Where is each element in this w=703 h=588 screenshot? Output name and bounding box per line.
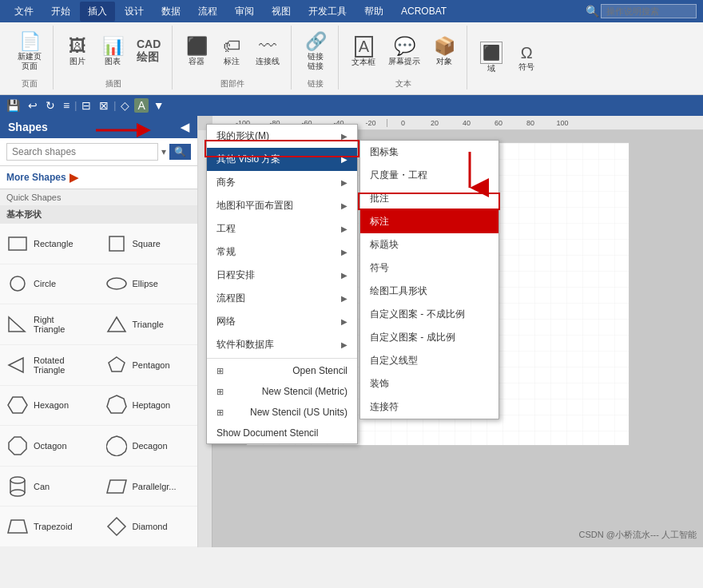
- menu-insert[interactable]: 插入: [80, 2, 115, 22]
- heptagon-svg: [106, 395, 127, 415]
- menu-view[interactable]: 视图: [264, 2, 299, 22]
- menu1-item-new-us-label: New Stencil (US Units): [250, 407, 348, 418]
- shape-item-square[interactable]: Square: [99, 224, 198, 264]
- operation-search-input[interactable]: [601, 4, 697, 18]
- menu1-item-new-metric[interactable]: ⊞ New Stencil (Metric): [207, 381, 357, 402]
- menu1-item-software[interactable]: 软件和数据库 ▶: [207, 333, 357, 356]
- ribbon-btn-container[interactable]: ⬛ 容器: [181, 34, 212, 68]
- qa-btn1[interactable]: ⊟: [78, 97, 94, 113]
- shape-item-decagon[interactable]: Decagon: [99, 426, 198, 467]
- ribbon-btn-symbol[interactable]: Ω 符号: [510, 42, 542, 74]
- ribbon-btn-field[interactable]: ⬛ 域: [475, 40, 507, 75]
- ribbon-btn-screentip[interactable]: 💬 屏幕提示: [383, 34, 425, 68]
- shape-item-ellipse[interactable]: Ellipse: [99, 264, 198, 305]
- menu-help[interactable]: 帮助: [356, 2, 391, 22]
- qa-btn2[interactable]: ⊠: [96, 97, 112, 113]
- shape-item-pentagon[interactable]: Pentagon: [99, 345, 198, 386]
- shape-label-octagon: Octagon: [34, 441, 67, 451]
- menu-design[interactable]: 设计: [117, 2, 152, 22]
- menu2-item-iconset-label: 图标集: [370, 145, 399, 159]
- shape-item-trapezoid[interactable]: Trapezoid: [0, 507, 99, 547]
- menu1-separator: [207, 358, 357, 359]
- menu1-item-maps[interactable]: 地图和平面布置图 ▶: [207, 194, 357, 217]
- shape-icon-right-triangle: [6, 313, 29, 336]
- parallelogram-svg: [105, 479, 128, 495]
- ribbon-btn-newpage[interactable]: 📄 新建页页面: [13, 30, 46, 73]
- menu1-item-business[interactable]: 商务 ▶: [207, 171, 357, 194]
- menu2-item-connector[interactable]: 连接符: [360, 395, 498, 419]
- menu1-item-general[interactable]: 常规 ▶: [207, 240, 357, 264]
- menu1-item-network-label: 网络: [216, 315, 236, 328]
- ribbon-btn-cad[interactable]: CAD绘图: [132, 36, 165, 66]
- menu-home[interactable]: 开始: [43, 2, 78, 22]
- connector-icon: 〰: [259, 36, 276, 57]
- ribbon-content: 📄 新建页页面 页面 🖼 图片 📊 图表 CAD绘图: [0, 22, 703, 94]
- menu1-item-flowchart[interactable]: 流程图 ▶: [207, 287, 357, 310]
- menu2-item-dimension[interactable]: 尺度量・工程: [360, 164, 498, 187]
- menu2-item-custom-noscale[interactable]: 自定义图案 - 不成比例: [360, 303, 498, 326]
- search-input[interactable]: [6, 143, 158, 161]
- annotation-icon: 🏷: [223, 36, 240, 57]
- svg-marker-8: [9, 358, 23, 372]
- menu1-item-new-us[interactable]: ⊞ New Stencil (US Units): [207, 402, 357, 423]
- menu-data[interactable]: 数据: [153, 2, 189, 22]
- menu2-item-callout[interactable]: 标注: [360, 210, 498, 233]
- shape-label-ellipse: Ellipse: [133, 279, 158, 288]
- qa-menu[interactable]: ≡: [60, 97, 73, 113]
- menu2-item-custom-line[interactable]: 自定义线型: [360, 349, 498, 372]
- menu-review[interactable]: 审阅: [227, 2, 262, 22]
- ribbon-btn-connector[interactable]: 〰 连接线: [251, 34, 284, 68]
- menu1-item-myshapes[interactable]: 我的形状(M) ▶: [207, 125, 357, 148]
- ribbon-group-parts-items: ⬛ 容器 🏷 标注 〰 连接线: [181, 26, 284, 77]
- shape-item-diamond[interactable]: Diamond: [99, 507, 198, 547]
- ribbon-btn-chart[interactable]: 📊 图表: [97, 34, 129, 68]
- menu2-item-drawtools[interactable]: 绘图工具形状: [360, 280, 498, 303]
- shapes-collapse-icon[interactable]: ◀: [181, 121, 189, 133]
- search-box: ▾ 🔍: [0, 138, 197, 166]
- svg-marker-6: [9, 317, 25, 332]
- menu2-item-annotation[interactable]: 批注: [360, 187, 498, 210]
- shape-item-can[interactable]: Can: [0, 467, 99, 507]
- qa-undo[interactable]: ↩: [25, 97, 41, 113]
- shape-item-rectangle[interactable]: Rectangle: [0, 224, 99, 264]
- menu1-item-schedule[interactable]: 日程安排 ▶: [207, 264, 357, 287]
- ribbon-btn-link[interactable]: 🔗 链接链接: [300, 30, 332, 73]
- shape-item-parallelogram[interactable]: Parallelgr...: [99, 467, 198, 507]
- qa-btn3[interactable]: ◇: [117, 97, 133, 113]
- menu1-item-engineering[interactable]: 工程 ▶: [207, 217, 357, 240]
- ribbon-btn-picture[interactable]: 🖼 图片: [62, 34, 93, 68]
- search-dropdown-icon[interactable]: ▾: [158, 145, 169, 159]
- menu2-item-decoration[interactable]: 装饰: [360, 372, 498, 395]
- shape-item-rotated-triangle[interactable]: RotatedTriangle: [0, 345, 99, 386]
- svg-marker-12: [9, 437, 26, 455]
- menu-devtools[interactable]: 开发工具: [300, 2, 355, 22]
- menu2-item-symbol[interactable]: 符号: [360, 256, 498, 280]
- menu1-item-network[interactable]: 网络 ▶: [207, 310, 357, 333]
- shape-item-triangle[interactable]: Triangle: [99, 304, 198, 345]
- shape-item-octagon[interactable]: Octagon: [0, 426, 99, 467]
- shape-item-heptagon[interactable]: Heptagon: [99, 386, 198, 427]
- menu1-item-show-stencil[interactable]: Show Document Stencil: [207, 423, 357, 443]
- ribbon-btn-textbox[interactable]: A 文本框: [347, 34, 380, 69]
- qa-dropdown[interactable]: ▼: [150, 97, 168, 113]
- menu1-item-open-stencil[interactable]: ⊞ Open Stencil: [207, 360, 357, 381]
- search-button[interactable]: 🔍: [169, 144, 191, 160]
- menu2-item-iconset[interactable]: 图标集: [360, 141, 498, 164]
- shape-item-right-triangle[interactable]: RightTriangle: [0, 304, 99, 345]
- shapes-title: Shapes: [8, 121, 48, 133]
- qa-btn4[interactable]: A: [134, 98, 148, 113]
- menu-flow[interactable]: 流程: [190, 2, 225, 22]
- more-shapes-row[interactable]: More Shapes ▶: [0, 166, 197, 189]
- qa-save[interactable]: 💾: [3, 97, 23, 113]
- search-icon[interactable]: 🔍: [586, 5, 599, 18]
- shape-item-circle[interactable]: Circle: [0, 264, 99, 305]
- shape-item-hexagon[interactable]: Hexagon: [0, 386, 99, 427]
- qa-redo[interactable]: ↻: [42, 97, 58, 113]
- menu-acrobat[interactable]: ACROBAT: [393, 2, 455, 20]
- ribbon-btn-annotation[interactable]: 🏷 标注: [216, 34, 248, 68]
- menu-file[interactable]: 文件: [6, 2, 42, 22]
- menu1-item-visio[interactable]: 其他 Visio 方案 ▶: [207, 148, 357, 171]
- menu2-item-custom-scale[interactable]: 自定义图案 - 成比例: [360, 326, 498, 349]
- ribbon-btn-object[interactable]: 📦 对象: [428, 34, 460, 68]
- menu2-item-titleblock[interactable]: 标题块: [360, 233, 498, 256]
